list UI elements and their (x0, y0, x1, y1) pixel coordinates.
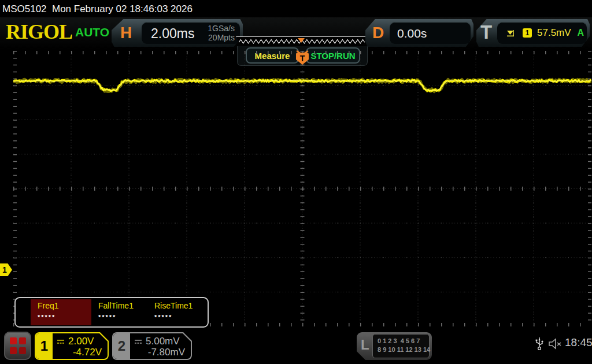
trigger-position-marker[interactable]: T (295, 53, 309, 66)
channel2-pill[interactable]: 2 5.00mV -7.80mV (112, 332, 192, 360)
delay-label: D (372, 24, 384, 42)
preview-zigzag-icon (236, 37, 366, 46)
oscilloscope-screen: MSO5102 Mon February 02 18:46:03 2026 RI… (0, 0, 592, 364)
dc-coupling-icon (57, 339, 65, 345)
measurement-panel[interactable]: Freq1 ***** FallTime1 ***** RiseTime1 **… (14, 297, 209, 328)
channel2-badge: 2 (113, 333, 130, 359)
timebase-value: 2.00ms (151, 26, 194, 42)
channel1-pill[interactable]: 1 2.00V -4.72V (35, 332, 109, 360)
logic-channels-pill[interactable]: L 0 1 2 3 4 5 6 7 8 9 10 11 12 13 14 15 (357, 332, 432, 360)
measurement-freq1[interactable]: Freq1 ***** (31, 299, 91, 325)
channel1-scale: 2.00V (68, 336, 94, 347)
trigger-level: 57.5mV (537, 27, 571, 39)
dc-coupling-icon (134, 339, 143, 345)
sample-rate: 1GSa/s (208, 24, 235, 33)
logic-channel-numbers: 0 1 2 3 4 5 6 7 8 9 10 11 12 13 14 15 (372, 334, 430, 358)
horizontal-label: H (120, 24, 132, 42)
channel2-scale: 5.00mV (146, 336, 180, 347)
model-datetime-text: MSO5102 Mon February 02 18:46:03 2026 (2, 3, 193, 15)
delay-settings[interactable]: D 0.00s (365, 19, 473, 47)
screen-layout-icon[interactable] (4, 332, 31, 360)
horizontal-settings[interactable]: H 2.00ms 1GSa/s 20Mpts (112, 19, 243, 47)
delay-inner: 0.00s (390, 22, 471, 44)
acquisition-status: AUTO (75, 25, 109, 39)
trigger-settings[interactable]: T 1 57.5mV A (476, 19, 590, 47)
horizontal-inner: 2.00ms 1GSa/s 20Mpts (142, 22, 240, 44)
grid-and-trace (13, 51, 591, 326)
trigger-marker-label: T (295, 54, 309, 63)
sample-info: 1GSa/s 20Mpts (208, 24, 235, 42)
logic-label: L (361, 337, 369, 353)
delay-value: 0.00s (397, 27, 427, 40)
header-bar: RIGOL AUTO H 2.00ms 1GSa/s 20Mpts Measur… (0, 17, 592, 49)
trigger-inner: 1 57.5mV A (497, 22, 587, 44)
usb-icon (535, 336, 544, 354)
measurement-falltime1[interactable]: FallTime1 ***** (91, 299, 147, 325)
trigger-mode: A (578, 28, 584, 38)
channel2-offset: -7.80mV (148, 347, 185, 358)
memory-depth: 20Mpts (208, 33, 235, 42)
channel1-offset: -4.72V (73, 347, 102, 358)
measurement-risetime1[interactable]: RiseTime1 ***** (147, 299, 205, 325)
speaker-muted-icon[interactable] (547, 337, 563, 353)
titlebar: MSO5102 Mon February 02 18:46:03 2026 (0, 0, 592, 17)
channel1-ground-marker[interactable]: 1 (0, 263, 12, 276)
graticule[interactable] (13, 51, 591, 326)
trigger-falling-edge-icon (506, 28, 517, 38)
clock-text: 18:45 (565, 336, 592, 349)
trigger-source-badge: 1 (523, 28, 532, 38)
trigger-label: T (480, 21, 492, 43)
channel1-badge: 1 (36, 333, 53, 359)
bottom-bar: 1 2.00V -4.72V 2 (0, 329, 592, 364)
rigol-logo: RIGOL (6, 20, 72, 44)
